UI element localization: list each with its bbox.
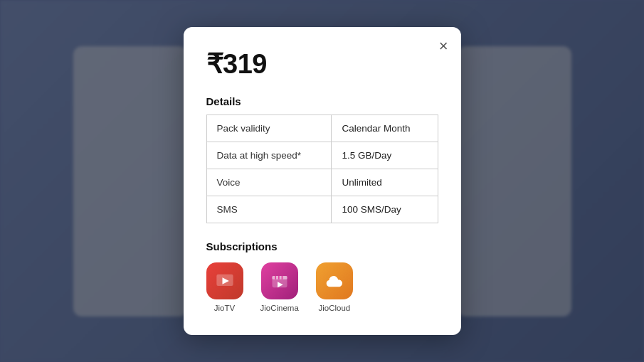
- row-value: 1.5 GB/Day: [332, 142, 438, 169]
- subscriptions-section: Subscriptions JioTV: [206, 240, 438, 312]
- table-row: Data at high speed*1.5 GB/Day: [206, 142, 438, 169]
- subscription-icons: JioTV Jio: [206, 262, 438, 312]
- plan-detail-modal: × ₹319 Details Pack validityCalendar Mon…: [184, 27, 461, 335]
- modal-container: × ₹319 Details Pack validityCalendar Mon…: [0, 0, 644, 362]
- jiocinema-icon-bg: [261, 262, 298, 299]
- plan-price: ₹319: [206, 48, 438, 80]
- jiocinema-subscription: JioCinema: [260, 262, 299, 312]
- table-row: SMS100 SMS/Day: [206, 196, 438, 223]
- jiotv-icon-bg: [206, 262, 243, 299]
- row-label: Data at high speed*: [206, 142, 332, 169]
- row-label: Voice: [206, 169, 332, 196]
- details-section-title: Details: [206, 95, 438, 107]
- jiocinema-icon: [270, 271, 290, 291]
- close-button[interactable]: ×: [439, 38, 448, 54]
- jiocloud-label: JioCloud: [318, 304, 350, 312]
- table-row: Pack validityCalendar Month: [206, 115, 438, 142]
- jiotv-label: JioTV: [214, 304, 235, 312]
- jiocloud-icon-bg: [316, 262, 353, 299]
- jiocloud-icon: [324, 271, 344, 291]
- row-value: Calendar Month: [332, 115, 438, 142]
- jiotv-subscription: JioTV: [206, 262, 243, 312]
- row-label: SMS: [206, 196, 332, 223]
- details-table: Pack validityCalendar MonthData at high …: [206, 115, 438, 223]
- svg-rect-3: [272, 276, 287, 280]
- subscriptions-section-title: Subscriptions: [206, 240, 438, 252]
- jiocinema-label: JioCinema: [260, 304, 299, 312]
- jiocloud-subscription: JioCloud: [316, 262, 353, 312]
- row-value: Unlimited: [332, 169, 438, 196]
- jiotv-icon: [215, 271, 235, 291]
- table-row: VoiceUnlimited: [206, 169, 438, 196]
- row-label: Pack validity: [206, 115, 332, 142]
- row-value: 100 SMS/Day: [332, 196, 438, 223]
